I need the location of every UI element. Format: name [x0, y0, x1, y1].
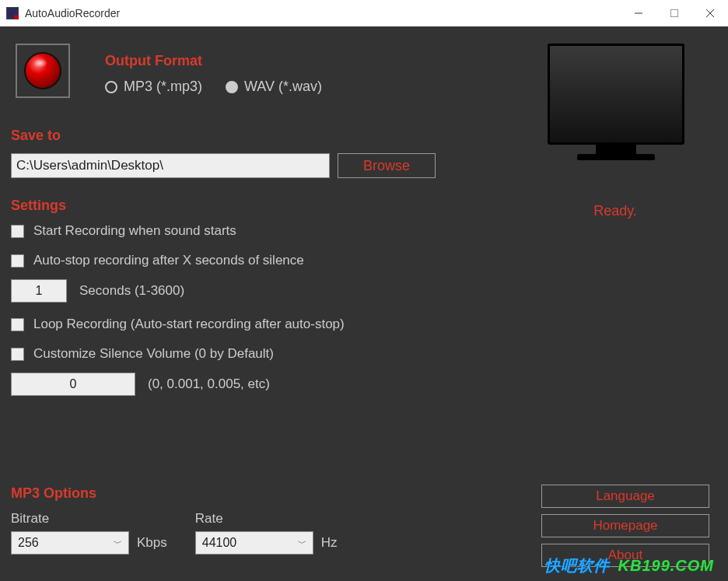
- checkbox-label: Customize Silence Volume (0 by Default): [33, 346, 274, 362]
- maximize-button[interactable]: [656, 0, 692, 26]
- monitor-preview: [548, 44, 684, 145]
- checkbox-loop-recording[interactable]: [11, 318, 24, 331]
- homepage-button[interactable]: Homepage: [541, 514, 709, 537]
- window-title: AutoAudioRecorder: [25, 7, 120, 19]
- checkbox-auto-stop[interactable]: [11, 254, 24, 268]
- save-to-section: Save to Browse: [11, 128, 436, 178]
- checkbox-customize-silence[interactable]: [11, 348, 24, 361]
- language-button[interactable]: Language: [541, 485, 709, 508]
- save-path-input[interactable]: [11, 153, 330, 178]
- rate-label: Rate: [195, 511, 338, 527]
- window-controls: [621, 0, 728, 26]
- radio-label: WAV (*.wav): [244, 79, 322, 95]
- side-buttons: Language Homepage About: [541, 485, 709, 567]
- bitrate-select[interactable]: 256 ﹀: [11, 531, 129, 555]
- settings-heading: Settings: [11, 198, 345, 214]
- chevron-down-icon: ﹀: [298, 537, 306, 549]
- bitrate-label: Bitrate: [11, 511, 167, 527]
- titlebar: AutoAudioRecorder: [0, 0, 728, 26]
- svg-rect-1: [671, 10, 678, 17]
- output-format-section: Output Format MP3 (*.mp3) WAV (*.wav): [105, 53, 322, 95]
- output-format-options: MP3 (*.mp3) WAV (*.wav): [105, 79, 322, 95]
- mp3-options-heading: MP3 Options: [11, 485, 338, 502]
- about-button[interactable]: About: [541, 544, 709, 567]
- monitor-base: [577, 154, 655, 160]
- radio-mp3[interactable]: MP3 (*.mp3): [105, 79, 202, 95]
- checkbox-start-when-sound[interactable]: [11, 225, 24, 238]
- chevron-down-icon: ﹀: [114, 537, 122, 549]
- rate-value: 44100: [202, 536, 237, 550]
- seconds-input[interactable]: [11, 279, 67, 303]
- checkbox-label: Start Recording when sound starts: [33, 223, 236, 239]
- record-icon: [24, 52, 61, 89]
- silence-hint: (0, 0.001, 0.005, etc): [148, 376, 270, 392]
- browse-button[interactable]: Browse: [338, 153, 436, 178]
- mp3-options-section: MP3 Options Bitrate 256 ﹀ Kbps Rate 4410…: [11, 485, 338, 555]
- radio-label: MP3 (*.mp3): [124, 79, 202, 95]
- status-text: Ready.: [534, 203, 697, 219]
- close-button[interactable]: [692, 0, 728, 26]
- record-button[interactable]: [16, 44, 70, 98]
- rate-unit: Hz: [321, 535, 338, 551]
- radio-icon: [105, 81, 117, 93]
- rate-select[interactable]: 44100 ﹀: [195, 531, 313, 555]
- output-format-heading: Output Format: [105, 53, 322, 69]
- checkbox-label: Loop Recording (Auto-start recording aft…: [33, 317, 345, 332]
- app-body: Output Format MP3 (*.mp3) WAV (*.wav) Sa…: [0, 26, 728, 581]
- radio-wav[interactable]: WAV (*.wav): [226, 79, 322, 95]
- silence-volume-input[interactable]: [11, 373, 135, 396]
- bitrate-unit: Kbps: [137, 535, 167, 551]
- checkbox-label: Auto-stop recording after X seconds of s…: [33, 253, 304, 268]
- app-icon: [6, 7, 19, 19]
- radio-icon: [226, 81, 238, 93]
- save-to-heading: Save to: [11, 128, 436, 144]
- minimize-button[interactable]: [621, 0, 656, 26]
- seconds-label: Seconds (1-3600): [79, 283, 184, 299]
- bitrate-value: 256: [18, 536, 39, 550]
- settings-section: Settings Start Recording when sound star…: [11, 198, 345, 410]
